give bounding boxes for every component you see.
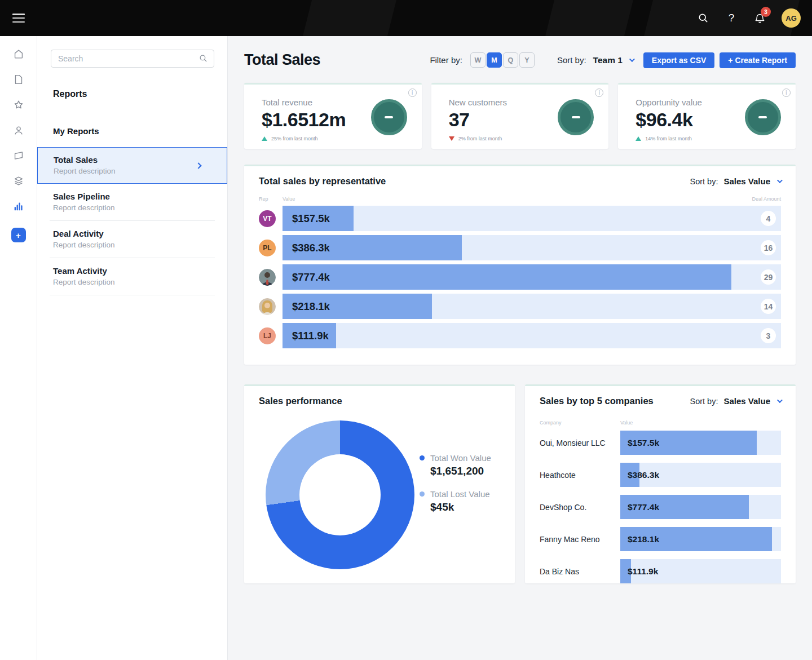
company-row: DevShop Co. $777.4k	[540, 495, 781, 519]
info-icon[interactable]: i	[595, 88, 603, 97]
bar-track: $777.4k	[620, 495, 781, 519]
filter-by-label: Filter by:	[430, 55, 462, 65]
deal-count-badge: 3	[761, 328, 776, 343]
report-item-title: Team Activity	[53, 266, 211, 276]
report-item-team-activity[interactable]: Team Activity Report description	[37, 258, 227, 295]
trend-up-triangle-icon	[262, 136, 267, 141]
chart-title: Sales by top 5 companies	[540, 396, 654, 406]
panel-section-title: My Reports	[53, 126, 211, 136]
kpi-donut-chart	[745, 99, 781, 135]
legend-label: Total Lost Value	[430, 489, 490, 499]
rep-avatar[interactable]: VT	[259, 210, 276, 227]
filter-w-button[interactable]: W	[470, 52, 486, 68]
kpi-row: i Total revenue $1.6512m 25% from last m…	[244, 83, 796, 149]
create-report-button[interactable]: + Create Report	[720, 52, 796, 68]
column-header-value: Value	[620, 420, 633, 426]
bar-value-label: $777.4k	[292, 264, 330, 290]
filter-m-button[interactable]: M	[487, 52, 502, 68]
kpi-card: i New customers 37 2% from last month	[431, 83, 609, 149]
notification-count-badge: 3	[761, 7, 771, 17]
team-sort-dropdown[interactable]: Sort by: Team 1	[557, 55, 633, 65]
legend-entry: Total Lost Value $45k	[420, 489, 491, 513]
bar-value-label: $111.9k	[628, 559, 658, 583]
reports-sidebar: Reports My Reports Total Sales Report de…	[37, 36, 228, 660]
report-item-description: Report description	[53, 203, 211, 212]
search-icon	[198, 54, 208, 65]
sort-by-label: Sort by:	[690, 397, 718, 406]
sort-by-label: Sort by:	[690, 177, 718, 186]
notifications-bell-icon[interactable]: 3	[753, 12, 766, 24]
kpi-card: i Total revenue $1.6512m 25% from last m…	[244, 83, 422, 149]
add-button[interactable]: +	[11, 228, 26, 242]
bar-track: $386.3k 16	[283, 235, 781, 260]
report-item-description: Report description	[53, 278, 211, 286]
rep-avatar-photo[interactable]	[259, 298, 276, 315]
hamburger-menu-icon[interactable]	[12, 14, 25, 23]
bar-chart-icon[interactable]	[10, 197, 28, 215]
deal-count-badge: 14	[761, 299, 776, 314]
bar-value-label: $386.3k	[292, 235, 330, 260]
document-icon[interactable]	[10, 70, 28, 88]
help-icon[interactable]: ?	[725, 12, 738, 24]
user-icon[interactable]	[10, 121, 28, 139]
donut-chart	[266, 420, 414, 569]
info-icon[interactable]: i	[408, 88, 417, 97]
bar-track: $157.5k	[620, 431, 781, 455]
report-item-deal-activity[interactable]: Deal Activity Report description	[37, 221, 227, 258]
kpi-delta: 2% from last month	[449, 136, 609, 141]
bar-value-label: $111.9k	[292, 323, 329, 348]
main-content: Total Sales Filter by: WMQY Sort by: Tea…	[228, 36, 812, 660]
company-row: Oui, Monsieur LLC $157.5k	[540, 431, 781, 455]
rep-row: $218.1k 14	[259, 294, 781, 319]
rep-avatar[interactable]: LJ	[259, 327, 276, 344]
report-item-title: Total Sales	[54, 155, 211, 165]
layers-icon[interactable]	[10, 172, 28, 190]
star-icon[interactable]	[10, 96, 28, 114]
info-icon[interactable]: i	[782, 88, 791, 97]
company-row: Heathcote $386.3k	[540, 463, 781, 487]
rep-sort-dropdown[interactable]: Sort by: Sales Value	[690, 176, 781, 186]
kpi-delta: 14% from last month	[636, 136, 796, 141]
report-item-total-sales[interactable]: Total Sales Report description	[37, 147, 227, 184]
legend-value: $1,651,200	[430, 465, 491, 477]
report-item-description: Report description	[54, 167, 211, 175]
report-item-description: Report description	[53, 241, 211, 249]
deal-count-badge: 16	[761, 240, 776, 255]
kpi-delta-text: 14% from last month	[645, 136, 692, 141]
filter-group: WMQY	[470, 52, 535, 68]
company-row: Da Biz Nas $111.9k	[540, 559, 781, 583]
user-avatar[interactable]: AG	[782, 8, 801, 28]
chart-title: Total sales by representative	[259, 176, 386, 187]
kpi-delta-text: 25% from last month	[271, 136, 318, 141]
rep-row: LJ $111.9k 3	[259, 323, 781, 348]
rep-rows: VT $157.5k 4 PL $386.3k 16 $777.4k 29 $2…	[259, 206, 781, 348]
home-icon[interactable]	[10, 45, 28, 63]
deal-count-badge: 29	[761, 269, 776, 285]
topbar: ? 3 AG	[0, 0, 812, 36]
sort-value: Team 1	[593, 55, 623, 65]
bar-track: $218.1k	[620, 527, 781, 551]
report-item-title: Deal Activity	[53, 229, 211, 238]
topbar-decor-stripe	[544, 0, 635, 36]
company-row: Fanny Mac Reno $218.1k	[540, 527, 781, 551]
filter-q-button[interactable]: Q	[503, 52, 518, 68]
page-title: Total Sales	[244, 51, 320, 69]
board-icon[interactable]	[10, 147, 28, 165]
search-icon[interactable]	[697, 12, 709, 24]
rep-avatar-photo[interactable]	[259, 269, 276, 286]
bar-value-label: $157.5k	[628, 431, 659, 455]
deal-count-badge: 4	[761, 211, 776, 226]
chevron-down-icon	[777, 397, 783, 403]
filter-y-button[interactable]: Y	[519, 52, 535, 68]
rep-avatar[interactable]: PL	[259, 240, 276, 256]
kpi-delta: 25% from last month	[262, 136, 422, 141]
legend-label: Total Won Value	[430, 453, 491, 463]
search-input[interactable]	[51, 50, 214, 68]
company-sort-dropdown[interactable]: Sort by: Sales Value	[690, 396, 781, 406]
company-name: Heathcote	[540, 471, 620, 480]
company-name: Da Biz Nas	[540, 567, 620, 576]
bar-track: $157.5k 4	[283, 206, 781, 231]
bar-value-label: $777.4k	[628, 495, 659, 519]
report-item-sales-pipeline[interactable]: Sales Pipeline Report description	[37, 184, 227, 220]
export-csv-button[interactable]: Export as CSV	[643, 52, 714, 68]
